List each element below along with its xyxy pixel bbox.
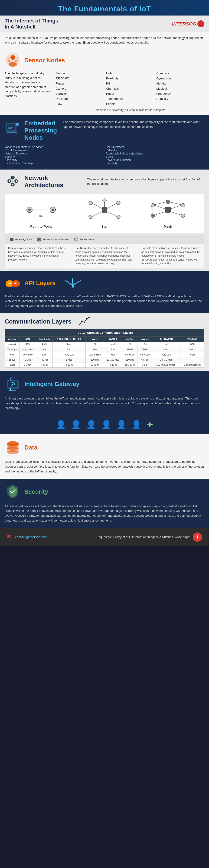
table-cell: 4-20 m xyxy=(104,362,122,367)
svg-rect-67 xyxy=(10,238,14,241)
svg-point-34 xyxy=(28,209,31,211)
data-description: Data (production, collection and analyti… xyxy=(5,460,204,474)
network-desc-star: Star Network is one central hub (a star … xyxy=(71,244,138,268)
table-row: Range1-30 m<30 m3-10 m10-70 m4-20 m10-30… xyxy=(5,362,204,367)
table-cell: Very Low xyxy=(53,352,86,357)
svg-point-44 xyxy=(103,199,106,203)
table-cell: 40 Kbs xyxy=(137,357,152,362)
footer-cta: Request your copy of our "Internet of Th… xyxy=(96,535,190,539)
api-icon: API API xyxy=(5,276,21,291)
table-cell: 1-30 m xyxy=(19,362,36,367)
network-header: Network Architectures The network archit… xyxy=(5,173,204,190)
table-cell: Topology xyxy=(5,347,20,352)
svg-point-9 xyxy=(9,63,11,65)
legend-sensor: Sensor Node xyxy=(74,237,95,242)
network-description: The network architecture and communicati… xyxy=(87,177,204,186)
table-cell: 3-10 m xyxy=(53,362,86,367)
table-cell: Cellular network xyxy=(180,362,204,367)
table-cell: LAN xyxy=(152,342,180,347)
person-icon-4: 👤 xyxy=(101,420,111,430)
sensor-item: Gyroscope xyxy=(156,76,204,81)
sensor-item: Motion xyxy=(56,71,104,75)
svg-point-70 xyxy=(74,238,78,241)
svg-line-59 xyxy=(155,205,165,209)
svg-line-62 xyxy=(171,212,181,215)
network-desc-mesh: Consists of three types of nodes: - A ga… xyxy=(138,244,204,268)
comm-title: Communication Layers xyxy=(5,318,72,325)
data-header: Data xyxy=(5,439,204,456)
table-cell: 100 kbs xyxy=(86,357,104,362)
comm-table: MediumANTBluetooth1 Sub-GHz (LoRa etc)Wi… xyxy=(5,336,204,368)
diagram-label-star: Star xyxy=(73,225,136,228)
legend-gateway: Gateway Node xyxy=(9,238,32,241)
table-cell xyxy=(180,357,204,362)
table-cell: 1 Mbs xyxy=(19,357,36,362)
security-icon xyxy=(5,483,21,500)
legend-sensor-label: Sensor Node xyxy=(80,238,95,241)
table-cell: Range xyxy=(5,362,20,367)
embedded-right-item: Acceptable industry standards xyxy=(106,152,204,155)
subtitle-line2: In A Nutshell xyxy=(5,24,58,30)
security-header: Security xyxy=(5,483,204,500)
intro-text: It's all about the nodes in IoT. You've … xyxy=(5,36,204,45)
legend-sensor-routing-label: Sensor Node w/ routing xyxy=(43,238,69,241)
logo-icon: i xyxy=(198,20,204,27)
svg-point-56 xyxy=(167,201,168,203)
embedded-title: Embedded Processing Nodes xyxy=(24,120,57,141)
table-cell: Low xyxy=(36,352,53,357)
svg-text:API: API xyxy=(8,282,12,285)
footer-email[interactable]: contact@intersog.com xyxy=(15,535,48,539)
table-cell: Mesh xyxy=(180,347,204,352)
sensor-grid: MotionLightCompassRFID/NFCProximityGyros… xyxy=(56,71,204,106)
table-cell: 30 m xyxy=(137,362,152,367)
sensor-item: People xyxy=(106,102,154,106)
data-section: Data Data (production, collection and an… xyxy=(0,434,209,478)
footer-download[interactable]: Request your copy of our "Internet of Th… xyxy=(96,532,202,542)
embedded-lists: Variances in primary use casesCost Effec… xyxy=(5,145,204,165)
table-cell: High xyxy=(180,352,204,357)
table-cell: 500 m (Sub-Urban) xyxy=(152,362,180,367)
table-row: TopologyStar, MeshStarStarStarStarMeshMe… xyxy=(5,347,204,352)
table-cell: Very Low xyxy=(19,352,36,357)
svg-point-69 xyxy=(38,239,40,240)
sensor-content: The challenge for the industry today is … xyxy=(5,71,204,112)
page-title: The Fundamentals of IoT xyxy=(2,5,207,13)
person-icon-2: 👤 xyxy=(71,420,81,430)
sensor-item: Frequency xyxy=(156,91,204,96)
table-header-cell: Z-wave xyxy=(137,336,152,342)
footer-left: ✉ contact@intersog.com xyxy=(7,534,48,540)
sensor-nodes-section: Sensor Nodes The challenge for the indus… xyxy=(0,48,209,115)
svg-point-24 xyxy=(16,180,17,182)
table-cell: PAN xyxy=(36,342,53,347)
table-cell: Mesh xyxy=(122,347,137,352)
table-cell: Very Low xyxy=(122,352,137,357)
table-cell: Speed xyxy=(5,357,20,362)
table-cell: High xyxy=(104,352,122,357)
svg-point-52 xyxy=(181,203,185,207)
people-row: 👤 👤 👤 👤 👤 👤 ✈ xyxy=(0,415,209,434)
person-icon-1: 👤 xyxy=(56,420,66,430)
table-header-cell: 1 Sub-GHz (LoRa etc) xyxy=(53,336,86,342)
table-row: Speed1 Mbs700 kbs1 Mbs100 kbs11-100 Mbs2… xyxy=(5,357,204,362)
comm-header: Communication Layers xyxy=(5,317,204,327)
security-description: All connected devices will require authe… xyxy=(5,504,204,523)
svg-rect-14 xyxy=(8,126,14,126)
table-caption: Top 10 Wireless Communication Layers xyxy=(5,329,204,336)
sensor-icon xyxy=(5,52,21,69)
table-header-cell: ZigBee xyxy=(122,336,137,342)
svg-point-42 xyxy=(89,215,93,219)
download-icon[interactable]: ⬇ xyxy=(193,532,202,542)
embedded-right-item: User Interfaces xyxy=(106,146,204,149)
svg-point-96 xyxy=(7,451,19,454)
svg-point-94 xyxy=(7,447,19,451)
svg-point-8 xyxy=(17,58,18,59)
svg-point-80 xyxy=(84,322,85,323)
sensor-item: Finger xyxy=(56,81,104,86)
table-cell: <30 m xyxy=(36,362,53,367)
svg-text:i: i xyxy=(201,22,201,26)
embedded-left-item: Variances in primary use cases xyxy=(5,146,103,149)
table-header-cell: Wi-Fi xyxy=(86,336,104,342)
svg-point-7 xyxy=(7,58,9,59)
embedded-title-text: Embedded Processing Nodes xyxy=(24,120,57,141)
svg-point-18 xyxy=(17,123,18,125)
